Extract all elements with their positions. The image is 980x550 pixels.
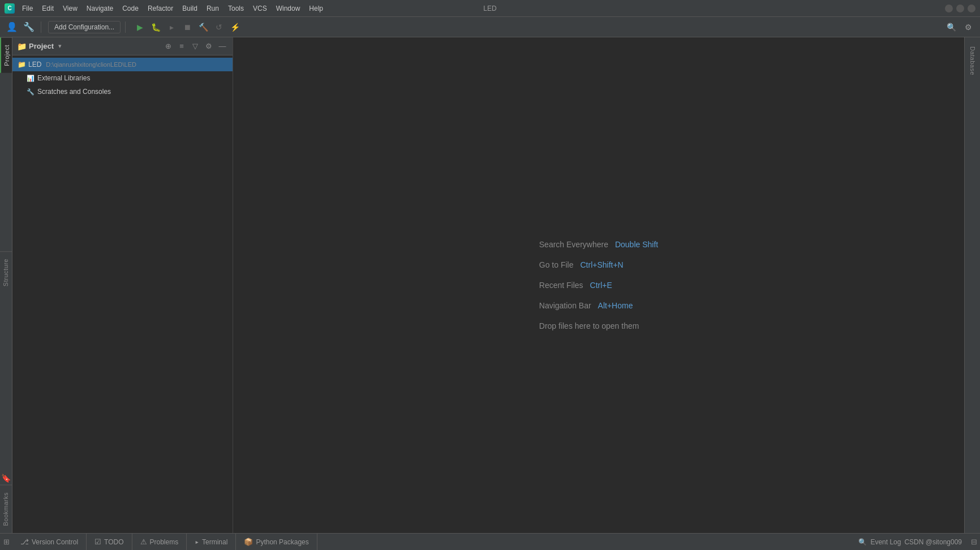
maximize-button[interactable]: □ [956,5,964,12]
problems-icon: ⚠ [140,538,147,546]
bookmarks-icon[interactable]: 🔖 [0,471,13,485]
menu-navigate[interactable]: Navigate [83,3,117,14]
search-everywhere-label: Search Everywhere [539,240,608,249]
app-icon: C [5,3,15,14]
panel-header: 📁 Project ▾ ⊕ ≡ ▽ ⚙ — [12,37,233,55]
bottom-tab-todo-label: TODO [104,538,123,546]
main-container: Project Structure 🔖 Bookmarks 📁 Project … [0,37,980,533]
navigation-bar-label: Navigation Bar [539,301,591,310]
menu-tools[interactable]: Tools [224,3,248,14]
bottom-tab-python-packages-label: Python Packages [256,538,308,546]
recent-files-label: Recent Files [539,281,583,290]
cmake-rebuild-button[interactable]: ⚡ [227,20,242,35]
python-packages-icon: 📦 [244,538,253,546]
drop-files-text: Drop files here to open them [539,321,639,330]
tree-item-external-libs[interactable]: 📊 External Libraries [22,71,233,85]
bottom-tab-python-packages[interactable]: 📦 Python Packages [236,534,317,550]
run-with-coverage-button[interactable]: ▸ [164,20,179,35]
profile-icon[interactable]: 👤 [5,20,19,35]
version-control-icon: ⎇ [20,538,29,546]
recent-files-shortcut: Ctrl+E [590,281,612,290]
project-tree: 📁 LED D:\qianrushixitong\clionLED\LED 📊 … [12,55,233,533]
menu-window[interactable]: Window [272,3,304,14]
menu-view[interactable]: View [59,3,81,14]
sidebar-item-project[interactable]: Project [0,37,12,73]
menu-run[interactable]: Run [203,3,223,14]
search-everywhere-icon[interactable]: 🔍 [944,20,958,35]
debug-button[interactable]: 🐛 [148,20,163,35]
folder-icon: 📁 [17,42,27,51]
menu-bar: File Edit View Navigate Code Refactor Bu… [18,3,327,14]
tree-item-led-name: LED [28,61,41,68]
run-buttons: ▶ 🐛 ▸ ⏹ 🔨 ↺ ⚡ [132,20,242,35]
search-everywhere-shortcut: Double Shift [615,240,658,249]
terminal-icon: ▸ [195,538,199,546]
bottom-bar: ⊞ ⎇ Version Control ☑ TODO ⚠ Problems ▸ … [0,533,980,550]
sidebar-item-database[interactable]: Database [967,40,978,82]
event-log-label[interactable]: Event Log [870,538,901,546]
settings-icon[interactable]: ⚙ [961,20,975,35]
panel-dropdown-arrow[interactable]: ▾ [58,42,62,50]
menu-edit[interactable]: Edit [38,3,58,14]
bottom-tab-version-control[interactable]: ⎇ Version Control [12,534,87,550]
bottom-tab-version-control-label: Version Control [32,538,78,546]
folder-open-icon: 📁 [17,60,26,69]
sidebar-item-bookmarks[interactable]: Bookmarks [0,485,12,533]
window-title: LED [483,5,496,12]
bottom-left-icon[interactable]: ⊞ [0,534,12,551]
scratches-icon: 🔧 [26,87,35,96]
tree-item-scratches[interactable]: 🔧 Scratches and Consoles [22,85,233,98]
navigation-bar-shortcut: Alt+Home [598,301,633,310]
project-panel: 📁 Project ▾ ⊕ ≡ ▽ ⚙ — 📁 LED D:\qianrushi… [12,37,233,533]
title-bar-left: C File Edit View Navigate Code Refactor … [5,3,327,14]
toolbar-separator-2 [125,22,126,33]
welcome-content: Search Everywhere Double Shift Go to Fil… [539,240,658,330]
build-button[interactable]: 🔨 [196,20,210,35]
title-bar: C File Edit View Navigate Code Refactor … [0,0,980,17]
welcome-row-search: Search Everywhere Double Shift [539,240,658,249]
settings-icon[interactable]: ⚙ [203,41,214,52]
window-controls: ─ □ ✕ [945,5,975,12]
locate-icon[interactable]: ⊕ [162,41,174,52]
main-toolbar: 👤 🔧 Add Configuration... ▶ 🐛 ▸ ⏹ 🔨 ↺ ⚡ 🔍… [0,17,980,37]
welcome-row-recent: Recent Files Ctrl+E [539,281,658,290]
menu-file[interactable]: File [18,3,37,14]
bottom-tab-todo[interactable]: ☑ TODO [87,534,132,550]
sidebar-item-structure[interactable]: Structure [0,251,12,293]
bottom-tab-terminal-label: Terminal [202,538,227,546]
hide-icon[interactable]: — [217,41,228,52]
todo-icon: ☑ [94,538,101,546]
panel-title: Project [29,42,54,50]
menu-help[interactable]: Help [305,3,327,14]
library-icon: 📊 [26,74,35,83]
bottom-tab-problems[interactable]: ⚠ Problems [132,534,187,550]
welcome-row-goto: Go to File Ctrl+Shift+N [539,260,658,269]
tree-item-led[interactable]: 📁 LED D:\qianrushixitong\clionLED\LED [12,58,233,71]
left-vertical-tabs: Project Structure 🔖 Bookmarks [0,37,12,533]
stop-button[interactable]: ⏹ [180,20,195,35]
bottom-right: 🔍 Event Log CSDN @sitong009 [853,538,968,546]
tree-item-scratches-name: Scratches and Consoles [37,88,111,96]
tree-item-led-path: D:\qianrushixitong\clionLED\LED [46,61,136,68]
cmake-icon[interactable]: 🔧 [22,20,36,35]
menu-code[interactable]: Code [118,3,143,14]
bottom-right-expand[interactable]: ⊟ [968,534,980,551]
menu-refactor[interactable]: Refactor [144,3,177,14]
tree-item-external-libs-name: External Libraries [37,74,90,82]
close-button[interactable]: ✕ [968,5,975,12]
goto-file-label: Go to File [539,260,574,269]
bottom-tab-terminal[interactable]: ▸ Terminal [187,534,236,550]
welcome-row-drop: Drop files here to open them [539,321,658,330]
collapse-all-icon[interactable]: ≡ [176,41,187,52]
bottom-tab-problems-label: Problems [150,538,179,546]
editor-area: Search Everywhere Double Shift Go to Fil… [233,37,964,533]
event-log-icon: 🔍 [858,538,867,546]
rebuild-button[interactable]: ↺ [212,20,226,35]
add-configuration-button[interactable]: Add Configuration... [48,21,121,33]
run-button[interactable]: ▶ [132,20,147,35]
minimize-button[interactable]: ─ [945,5,953,12]
menu-build[interactable]: Build [178,3,201,14]
menu-vcs[interactable]: VCS [249,3,271,14]
welcome-row-navbar: Navigation Bar Alt+Home [539,301,658,310]
filter-icon[interactable]: ▽ [190,41,201,52]
